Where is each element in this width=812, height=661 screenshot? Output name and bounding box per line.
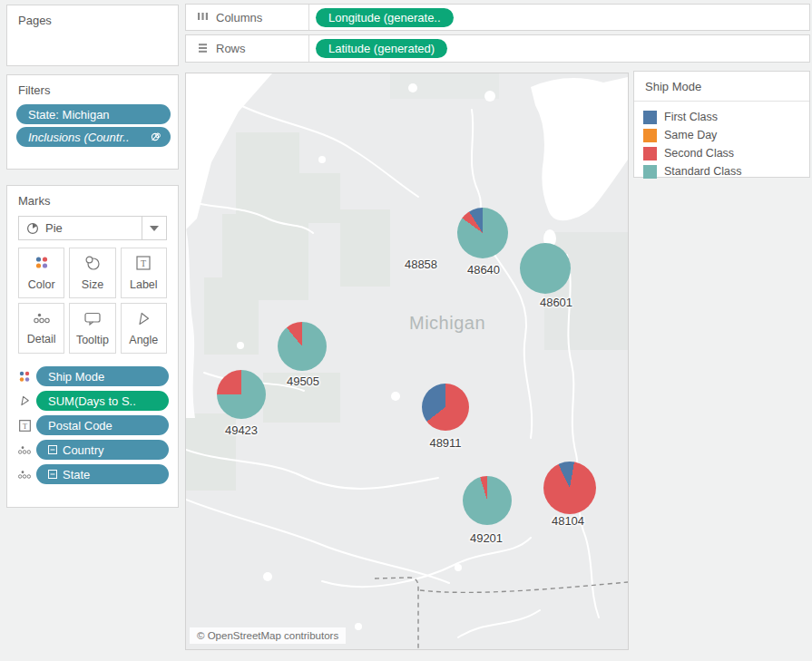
- pill-latitude[interactable]: Latitude (generated): [316, 39, 447, 58]
- map-canvas[interactable]: 4885848640486014950549423489114920148104…: [186, 73, 628, 649]
- pie-mark-48640[interactable]: [457, 208, 508, 258]
- legend-item-same-day[interactable]: Same Day: [643, 126, 800, 144]
- legend-item-label: First Class: [664, 111, 718, 123]
- pill-country[interactable]: Country: [36, 440, 169, 460]
- color-button[interactable]: Color: [18, 248, 64, 298]
- postal-code-label-48911: 48911: [429, 436, 461, 450]
- second-class-swatch: [643, 147, 657, 160]
- pages-shelf[interactable]: Pages: [6, 5, 179, 66]
- pill-postal-code-label: Postal Code: [48, 419, 113, 433]
- postal-code-label-49201: 49201: [470, 531, 503, 545]
- size-button[interactable]: Size: [69, 248, 115, 298]
- first-class-swatch: [643, 111, 657, 124]
- detail-button-label: Detail: [27, 333, 56, 345]
- pie-mark-48104[interactable]: [543, 462, 596, 514]
- marks-buttons: Color Size T Label Detail Tooltip: [18, 248, 167, 354]
- pill-longitude-label: Longitude (generate..: [328, 11, 441, 24]
- color-button-label: Color: [28, 278, 55, 291]
- pill-latitude-label: Latitude (generated): [328, 42, 435, 55]
- rows-icon: [197, 41, 209, 57]
- filter-pill-inclusions[interactable]: Inclusions (Countr..: [16, 127, 171, 147]
- map-region-label: Michigan: [409, 313, 485, 334]
- postal-code-label-49505: 49505: [287, 374, 319, 388]
- color-icon: [15, 370, 34, 384]
- detail-icon: [15, 444, 34, 456]
- filter-pill-inclusions-label: Inclusions (Countr..: [28, 131, 130, 144]
- postal-code-label-48601: 48601: [540, 296, 572, 309]
- chevron-down-icon: [150, 226, 159, 231]
- legend-title: Ship Mode: [634, 72, 809, 102]
- angle-icon: [135, 311, 152, 330]
- mark-type-dropdown-arrow[interactable]: [142, 217, 166, 239]
- postal-code-label-48640: 48640: [467, 263, 500, 277]
- svg-text:T: T: [141, 258, 146, 268]
- filter-pill-state[interactable]: State: Michigan: [16, 104, 171, 124]
- label-icon: T: [15, 419, 34, 433]
- detail-icon: [33, 311, 51, 329]
- angle-button[interactable]: Angle: [121, 303, 167, 354]
- filters-title: Filters: [7, 75, 178, 102]
- marks-title: Marks: [7, 186, 178, 212]
- map-worksheet[interactable]: 4885848640486014950549423489114920148104…: [185, 73, 629, 650]
- tooltip-button-label: Tooltip: [76, 334, 109, 346]
- marks-card: Marks Pie Color Size T Label: [6, 185, 179, 508]
- map-attribution: © OpenStreetMap contributors: [190, 627, 346, 644]
- columns-shelf[interactable]: Columns Longitude (generate..: [185, 4, 810, 31]
- pill-state-label: State: [63, 468, 90, 481]
- filters-shelf[interactable]: Filters State: Michigan Inclusions (Coun…: [6, 74, 179, 170]
- mark-type-label: Pie: [39, 221, 142, 235]
- minus-box-icon[interactable]: [48, 445, 57, 454]
- detail-icon: [15, 469, 34, 481]
- pill-sum-days-label: SUM(Days to S..: [48, 394, 136, 408]
- pill-ship-mode[interactable]: Ship Mode: [36, 366, 169, 386]
- pill-postal-code[interactable]: Postal Code: [36, 415, 169, 435]
- same-day-swatch: [643, 129, 657, 142]
- pie-mark-49201[interactable]: [463, 476, 512, 525]
- pages-title: Pages: [7, 5, 178, 32]
- pill-longitude[interactable]: Longitude (generate..: [316, 8, 454, 27]
- pill-sum-days-to-ship[interactable]: SUM(Days to S..: [36, 391, 169, 411]
- filter-pill-state-label: State: Michigan: [28, 108, 110, 122]
- legend-item-second-class[interactable]: Second Class: [643, 144, 800, 162]
- legend-item-standard-class[interactable]: Standard Class: [643, 162, 800, 180]
- pill-state[interactable]: State: [36, 464, 169, 484]
- minus-box-icon[interactable]: [48, 470, 57, 479]
- legend-item-label: Second Class: [664, 147, 734, 160]
- postal-code-label-48858: 48858: [405, 258, 437, 271]
- standard-class-swatch: [643, 165, 657, 179]
- size-button-label: Size: [82, 278, 103, 291]
- legend-item-label: Standard Class: [664, 165, 741, 178]
- ship-mode-legend[interactable]: Ship Mode First Class Same Day Second Cl…: [633, 71, 810, 178]
- pie-mark-icon: [26, 222, 39, 235]
- color-icon: [33, 255, 51, 275]
- mark-type-dropdown[interactable]: Pie: [18, 216, 167, 240]
- angle-button-label: Angle: [129, 334, 158, 346]
- size-icon: [83, 255, 102, 275]
- pie-mark-49423[interactable]: [217, 370, 266, 419]
- pill-ship-mode-label: Ship Mode: [48, 370, 104, 384]
- rows-label: Rows: [216, 42, 246, 55]
- exclude-icon: [151, 131, 161, 142]
- detail-button[interactable]: Detail: [18, 303, 64, 354]
- label-button-label: Label: [130, 278, 158, 291]
- tooltip-icon: [83, 311, 102, 330]
- marks-pills: Ship Mode SUM(Days to S.. T Postal Code …: [7, 365, 178, 487]
- columns-icon: [197, 9, 209, 25]
- angle-icon: [15, 394, 34, 407]
- postal-code-label-48104: 48104: [552, 514, 584, 528]
- pie-mark-48601[interactable]: [520, 243, 571, 294]
- tooltip-button[interactable]: Tooltip: [69, 303, 115, 354]
- legend-item-label: Same Day: [664, 129, 717, 141]
- label-button[interactable]: T Label: [121, 248, 167, 298]
- pie-mark-48911[interactable]: [422, 384, 469, 431]
- rows-shelf[interactable]: Rows Latitude (generated): [185, 34, 810, 63]
- pill-country-label: Country: [63, 443, 104, 457]
- legend-item-first-class[interactable]: First Class: [643, 108, 800, 126]
- label-icon: T: [135, 255, 152, 275]
- pie-mark-49505[interactable]: [278, 322, 327, 371]
- basemap: [186, 73, 628, 649]
- svg-text:T: T: [22, 422, 26, 430]
- columns-label: Columns: [216, 11, 262, 24]
- postal-code-label-49423: 49423: [225, 423, 258, 437]
